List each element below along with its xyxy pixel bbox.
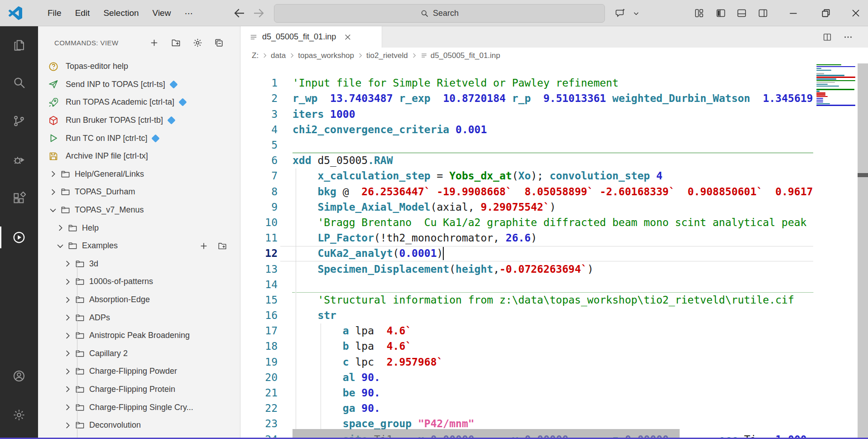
more-actions-icon[interactable] (843, 32, 853, 42)
tree-item[interactable]: 3d (38, 255, 240, 273)
settings-icon[interactable] (12, 408, 26, 422)
code-line-text[interactable]: 'Bragg Brentano Cu Ka1/a2 graphite diffr… (293, 215, 806, 230)
tree-item[interactable]: Charge-Flipping Single Cry... (38, 398, 240, 416)
tree-item[interactable]: Anistropic Peak Broadening (38, 327, 240, 345)
breadcrumb-item[interactable]: Z: (252, 51, 259, 60)
go-forward-button[interactable] (252, 6, 265, 20)
breadcrumb-file[interactable]: d5_05005_fit_01.inp (431, 51, 500, 60)
topas-run-icon[interactable] (12, 231, 26, 244)
menu-view[interactable]: View (146, 8, 178, 18)
tree-item[interactable]: Examples (38, 237, 240, 255)
search-icon[interactable] (12, 76, 26, 89)
menu-selection[interactable]: Selection (96, 8, 145, 18)
code-line-text[interactable]: a lpa 4.6` (293, 323, 412, 338)
plus-icon[interactable] (199, 241, 209, 251)
menu-overflow[interactable]: ⋯ (177, 8, 200, 19)
code-line-text[interactable]: c lpc 2.957968` (293, 354, 443, 370)
chevron-down-icon[interactable] (55, 241, 65, 251)
new-folder-icon[interactable] (171, 38, 181, 48)
view-settings-icon[interactable] (192, 38, 203, 48)
chevron-right-icon[interactable] (48, 187, 58, 197)
breadcrumb-item[interactable]: tio2_rietveld (366, 51, 408, 60)
chevron-right-icon[interactable] (62, 313, 72, 323)
chevron-right-icon[interactable] (62, 277, 72, 287)
code-line-text[interactable]: r_wp 13.7403487 r_exp 10.8720184 r_p 9.5… (293, 91, 813, 106)
code-line-text[interactable]: CuKa2_analyt(0.0001) (293, 246, 443, 261)
code-line-text[interactable]: str (293, 308, 336, 323)
chevron-right-icon[interactable] (62, 420, 72, 430)
breadcrumb-item[interactable]: topas_workshop (298, 51, 354, 60)
split-editor-icon[interactable] (822, 32, 832, 42)
command-item[interactable]: Topas-editor help (38, 58, 240, 76)
extensions-icon[interactable] (12, 192, 26, 205)
code-line-text[interactable]: xdd d5_05005.RAW (293, 153, 393, 168)
toggle-panel-icon[interactable] (736, 8, 747, 19)
breadcrumb-item[interactable]: data (271, 51, 286, 60)
code-line-text[interactable]: ga 90. (293, 400, 380, 416)
chevron-right-icon[interactable] (62, 259, 72, 269)
explorer-icon[interactable] (12, 39, 26, 52)
chevron-right-icon[interactable] (48, 169, 58, 179)
toggle-primary-sidebar-icon[interactable] (715, 8, 726, 19)
new-folder-icon[interactable] (217, 241, 227, 251)
tab-close-icon[interactable] (344, 33, 352, 41)
horizontal-scrollbar[interactable] (293, 429, 680, 439)
minimize-button[interactable] (787, 7, 799, 19)
chevron-right-icon[interactable] (62, 348, 72, 358)
minimap[interactable] (816, 64, 856, 106)
code-line-text[interactable]: iters 1000 (293, 106, 355, 122)
tree-item[interactable]: Charge-Flipping Powder (38, 362, 240, 381)
code-line-text[interactable]: 'Input file for Simple Rietveld or Pawle… (293, 75, 619, 91)
chevron-right-icon[interactable] (62, 295, 72, 305)
collapse-all-icon[interactable] (214, 38, 224, 48)
chevron-right-icon[interactable] (62, 331, 72, 341)
go-back-button[interactable] (233, 6, 246, 20)
code-line-text[interactable]: bkg @ 26.2536447` -19.9908668` 8.0505889… (293, 184, 813, 199)
code-line-text[interactable]: x_calculation_step = Yobs_dx_at(Xo); con… (293, 168, 662, 183)
tree-item[interactable]: Help (38, 219, 240, 237)
customize-layout-icon[interactable] (694, 8, 705, 19)
add-command-icon[interactable] (149, 38, 159, 48)
restore-button[interactable] (820, 7, 832, 19)
code-editor[interactable]: 1'Input file for Simple Rietveld or Pawl… (240, 63, 868, 439)
chevron-down-icon[interactable] (48, 205, 58, 215)
tree-item[interactable]: TOPAS_v7_Menus (38, 201, 240, 219)
command-item[interactable]: Run TC on INP [ctrl-tc] (38, 129, 240, 147)
copilot-chat-icon[interactable] (615, 8, 626, 19)
command-item[interactable]: Send INP to TOPAS [ctrl-ts] (38, 76, 240, 94)
code-line-text[interactable]: 'Structural information from z:\data\top… (293, 292, 794, 308)
command-item[interactable]: Run Bruker TOPAS [ctrl-tb] (38, 111, 240, 130)
code-line-text[interactable]: LP_Factor(!th2_monochromator, 26.6) (293, 230, 537, 246)
command-center-search[interactable]: Search (274, 4, 605, 23)
tree-item[interactable]: Capillary 2 (38, 345, 240, 363)
tree-item[interactable]: Help/General/Links (38, 165, 240, 183)
code-line-text[interactable]: Simple_Axial_Model(axial, 9.29075542`) (293, 199, 556, 215)
vertical-scrollbar[interactable] (858, 63, 868, 439)
tree-item[interactable]: Deconvolution (38, 416, 240, 434)
close-button[interactable] (850, 7, 862, 19)
code-line-text[interactable]: b lpa 4.6` (293, 338, 412, 354)
code-line-text[interactable]: chi2_convergence_criteria 0.001 (293, 122, 487, 137)
chevron-right-icon[interactable] (62, 384, 72, 394)
tree-item[interactable]: Absorption-Edge (38, 291, 240, 309)
copilot-dropdown-chevron-icon[interactable] (632, 10, 640, 18)
menu-edit[interactable]: Edit (68, 8, 97, 18)
tree-item[interactable]: 1000s-of-patterns (38, 273, 240, 291)
menu-file[interactable]: File (41, 8, 68, 18)
code-line-text[interactable]: be 90. (293, 385, 380, 400)
chevron-right-icon[interactable] (62, 402, 72, 412)
tab-d5-05005-fit-01-inp[interactable]: d5_05005_fit_01.inp (240, 26, 382, 48)
tree-item[interactable]: Charge-Flipping Protein (38, 381, 240, 399)
tree-item[interactable]: ADPs (38, 309, 240, 327)
code-line-text[interactable]: al 90. (293, 370, 380, 385)
chevron-right-icon[interactable] (62, 367, 72, 376)
command-item[interactable]: Run TOPAS Academic [ctrl-ta] (38, 93, 240, 111)
run-debug-icon[interactable] (12, 153, 26, 167)
code-line-text[interactable]: Specimen_Displacement(height,-0.07262636… (293, 261, 594, 277)
chevron-right-icon[interactable] (55, 223, 65, 233)
toggle-secondary-sidebar-icon[interactable] (758, 8, 768, 19)
source-control-icon[interactable] (12, 114, 26, 128)
accounts-icon[interactable] (12, 369, 26, 383)
command-item[interactable]: Archive INP file [ctrl-tx] (38, 147, 240, 165)
tree-item[interactable]: TOPAS_Durham (38, 183, 240, 201)
